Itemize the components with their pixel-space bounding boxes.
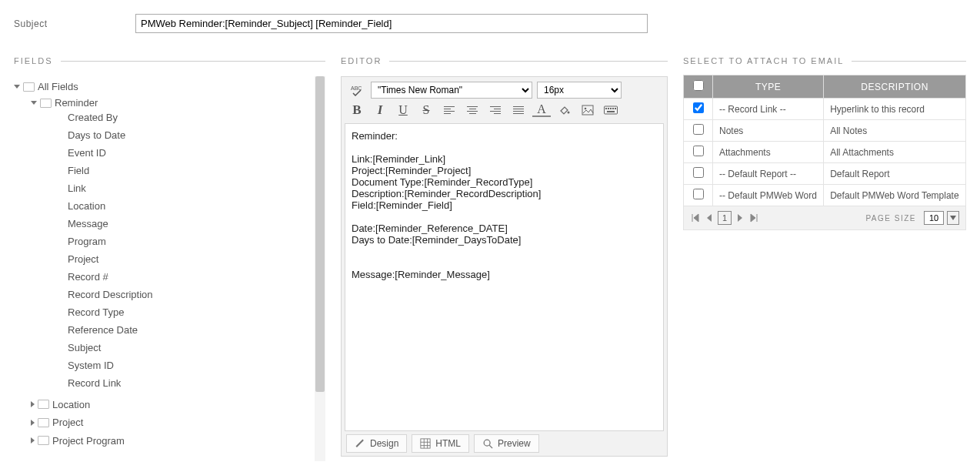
align-center-button[interactable] [463,102,482,119]
tree-field[interactable]: Location [68,197,325,215]
folder-icon [38,400,49,409]
tree-field[interactable]: Days to Date [68,126,325,144]
row-checkbox[interactable] [693,189,704,199]
divider [61,61,325,62]
chevron-down-icon [14,85,20,89]
align-justify-button[interactable] [509,102,528,119]
pager-prev-button[interactable] [704,213,715,223]
tree-field[interactable]: Event ID [68,144,325,162]
row-checkbox[interactable] [693,124,704,135]
tree-field[interactable]: Link [68,179,325,197]
row-description: All Notes [824,120,966,142]
font-size-select[interactable]: 16px [537,82,622,99]
row-checkbox[interactable] [693,102,704,113]
chevron-right-icon [31,420,35,426]
svg-point-16 [484,440,490,446]
tree-field[interactable]: Record # [68,268,325,286]
underline-button[interactable]: U [394,102,412,119]
svg-rect-8 [612,108,614,109]
tree-field[interactable]: Program [68,233,325,250]
row-description: Default PMWeb Word Template [824,185,966,206]
divider [852,61,966,62]
svg-point-3 [585,108,587,110]
tree-folder[interactable]: Reminder [31,97,98,109]
folder-icon [38,418,49,427]
tree-folder[interactable]: Project Program [31,435,125,447]
tree-field[interactable]: Created By [68,109,325,126]
spellcheck-button[interactable]: ABC [348,82,366,99]
editor-body[interactable]: Reminder: Link:[Reminder_Link] Project:[… [345,123,664,431]
attach-table: TYPE DESCRIPTION -- Record Link --Hyperl… [683,75,966,206]
insert-image-button[interactable] [578,102,597,119]
table-row: -- Record Link --Hyperlink to this recor… [684,99,966,120]
tree-folder-label: Location [52,399,90,410]
chevron-right-icon [31,437,35,444]
tree-folder[interactable]: Project [31,417,83,428]
tree-field[interactable]: Project [68,250,325,268]
scrollbar-thumb[interactable] [315,76,325,392]
align-left-button[interactable] [440,102,458,119]
tree-folder-all-fields[interactable]: All Fields [14,81,78,92]
pager-size-input[interactable] [924,211,944,225]
tree-field[interactable]: Record Description [68,286,325,303]
tree-field[interactable]: Record Type [68,303,325,321]
pager-next-button[interactable] [735,213,745,223]
fill-color-button[interactable] [555,102,574,119]
table-row: AttachmentsAll Attachments [684,142,966,163]
tree-field[interactable]: Message [68,215,325,233]
editor-section-title: EDITOR [341,56,382,65]
editor-container: ABC "Times New Roman" 16px B I U S A [341,76,668,457]
select-all-checkbox[interactable] [693,80,704,91]
tree-field[interactable]: Record Link [68,374,325,392]
tree-field[interactable]: Reference Date [68,321,325,339]
font-color-button[interactable]: A [532,103,551,117]
attach-header-description[interactable]: DESCRIPTION [824,75,966,99]
italic-button[interactable]: I [371,102,389,119]
align-right-button[interactable] [486,102,505,119]
pager-first-button[interactable] [690,213,701,223]
chevron-down-icon [31,101,37,105]
tree-field[interactable]: Subject [68,339,325,357]
tab-design[interactable]: Design [346,434,407,453]
chevron-right-icon [31,401,35,407]
divider [389,61,668,62]
tree-field[interactable]: System ID [68,357,325,374]
tree-scrollbar[interactable] [315,76,325,461]
attach-header-type[interactable]: TYPE [713,75,824,99]
svg-rect-7 [610,108,612,109]
pager-page-number[interactable]: 1 [718,211,732,225]
svg-rect-4 [605,106,618,114]
row-checkbox[interactable] [693,167,704,178]
tab-preview[interactable]: Preview [474,434,539,453]
bold-button[interactable]: B [348,102,366,119]
tree-field[interactable]: Field [68,162,325,179]
pager-size-dropdown[interactable] [947,211,959,225]
svg-rect-5 [605,108,607,109]
svg-line-17 [489,445,492,448]
folder-icon [23,82,35,92]
table-row: -- Default Report --Default Report [684,163,966,185]
subject-input[interactable] [135,14,648,33]
strikethrough-button[interactable]: S [417,102,435,119]
tab-html[interactable]: HTML [412,434,469,453]
folder-icon [38,436,49,445]
tree-folder-label: Project [52,417,83,428]
row-type: Attachments [713,142,824,163]
row-checkbox[interactable] [693,146,704,156]
attach-header-checkbox[interactable] [684,75,713,99]
row-type: Notes [713,120,824,142]
keyboard-button[interactable] [602,102,620,119]
font-family-select[interactable]: "Times New Roman" [371,82,532,99]
tree-folder-label: Reminder [55,97,98,109]
table-row: -- Default PMWeb WordDefault PMWeb Word … [684,185,966,206]
attach-section-title: SELECT TO ATTACH TO EMAIL [683,56,844,65]
fields-section-title: FIELDS [14,56,53,65]
tree-folder[interactable]: Location [31,399,90,410]
svg-rect-6 [608,108,609,109]
tab-preview-label: Preview [498,438,531,449]
tree-folder-label: All Fields [38,81,78,92]
tab-design-label: Design [370,438,398,449]
row-type: -- Default PMWeb Word [713,185,824,206]
tree-folder-label: Project Program [52,435,125,447]
pager-last-button[interactable] [748,213,759,223]
